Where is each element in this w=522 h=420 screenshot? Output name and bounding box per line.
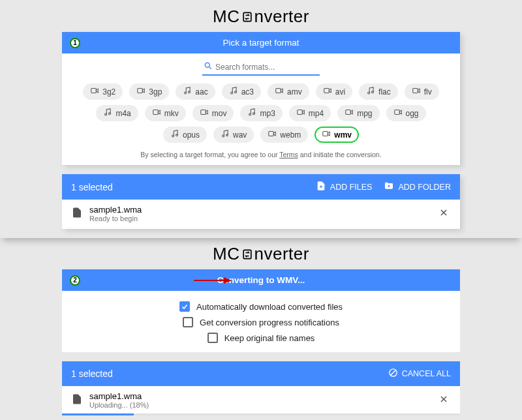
step1-badge: 1 bbox=[70, 38, 80, 48]
svg-point-10 bbox=[234, 91, 236, 93]
search-input[interactable] bbox=[215, 63, 318, 72]
arrow-annotation-icon bbox=[192, 275, 232, 286]
svg-point-1 bbox=[205, 63, 209, 67]
step2-header: 2 Converting to WMV... bbox=[62, 269, 460, 291]
remove-file-button-2[interactable] bbox=[437, 393, 451, 408]
format-chip-mpg[interactable]: mpg bbox=[337, 105, 379, 121]
file-status-1: Ready to begin bbox=[89, 215, 142, 222]
svg-point-8 bbox=[189, 91, 191, 93]
remove-file-button-1[interactable] bbox=[437, 207, 451, 221]
terms-post: and initiate the conversion. bbox=[298, 151, 382, 158]
step1-title: Pick a target format bbox=[223, 38, 299, 48]
app-title: MC nverter bbox=[213, 7, 309, 27]
terms-link[interactable]: Terms bbox=[279, 151, 298, 158]
app-title-row-2: MC nverter bbox=[62, 239, 460, 269]
add-folder-icon bbox=[384, 181, 394, 193]
cancel-all-button[interactable]: CANCEL ALL bbox=[388, 368, 451, 380]
file-row-2: sample1.wma Uploading... (18%) bbox=[62, 386, 460, 415]
format-chip-label: mp4 bbox=[309, 109, 324, 118]
format-chip-label: aac bbox=[195, 87, 207, 97]
video-icon bbox=[412, 86, 421, 97]
svg-point-25 bbox=[249, 113, 251, 115]
format-chip-mp3[interactable]: mp3 bbox=[240, 105, 282, 121]
title-post: nverter bbox=[254, 7, 309, 27]
swap-icon bbox=[241, 248, 254, 261]
step2-options: Automatically download converted files G… bbox=[62, 291, 460, 352]
option-keep-names[interactable]: Keep original file names bbox=[207, 333, 315, 343]
video-icon bbox=[152, 108, 161, 119]
search-input-wrap[interactable] bbox=[202, 61, 320, 76]
svg-point-19 bbox=[105, 113, 107, 115]
step1-body: 3g23gpaacac3amvaviflacflvm4amkvmovmp3mp4… bbox=[62, 53, 460, 165]
step2-card: 2 Converting to WMV... Automatically dow… bbox=[62, 269, 460, 352]
checkbox-empty-icon bbox=[207, 333, 218, 343]
format-chip-ac3[interactable]: ac3 bbox=[222, 83, 261, 100]
format-chip-label: flv bbox=[424, 87, 432, 97]
step2-badge: 2 bbox=[70, 275, 80, 286]
svg-line-47 bbox=[390, 370, 395, 376]
format-chip-mkv[interactable]: mkv bbox=[145, 105, 186, 121]
format-chip-m4a[interactable]: m4a bbox=[96, 105, 138, 121]
file-status-2: Uploading... (18%) bbox=[89, 401, 149, 409]
terms-pre: By selecting a target format, you agree … bbox=[140, 151, 279, 158]
format-chip-mov[interactable]: mov bbox=[192, 105, 234, 121]
format-chip-label: mkv bbox=[164, 109, 179, 118]
svg-point-26 bbox=[253, 113, 255, 115]
svg-rect-11 bbox=[276, 89, 281, 93]
format-chip-label: mp3 bbox=[260, 109, 275, 118]
video-icon bbox=[322, 129, 331, 140]
option-auto-download[interactable]: Automatically download converted files bbox=[179, 301, 343, 312]
format-chip-ogg[interactable]: ogg bbox=[386, 105, 426, 121]
svg-point-36 bbox=[226, 134, 228, 136]
video-icon bbox=[200, 108, 209, 119]
format-chip-webm[interactable]: webm bbox=[260, 127, 308, 143]
file-name-2: sample1.wma bbox=[89, 391, 149, 401]
step2-files-card: 1 selected CANCEL ALL sample1.wma Upload… bbox=[62, 361, 460, 415]
video-icon bbox=[275, 86, 284, 97]
format-chip-avi[interactable]: avi bbox=[316, 83, 352, 100]
title-post-2: nverter bbox=[254, 244, 309, 264]
svg-rect-31 bbox=[394, 110, 399, 115]
svg-point-20 bbox=[109, 113, 111, 115]
checkbox-checked-icon bbox=[179, 301, 190, 312]
add-files-button[interactable]: ADD FILES bbox=[316, 181, 373, 193]
format-chip-wmv[interactable]: wmv bbox=[315, 127, 359, 143]
format-chip-flv[interactable]: flv bbox=[405, 83, 439, 100]
format-chip-label: 3gp bbox=[149, 87, 162, 97]
svg-rect-43 bbox=[243, 250, 251, 258]
selected-bar-1: 1 selected ADD FILES ADD FOLDER bbox=[62, 174, 460, 200]
format-chip-label: wmv bbox=[334, 130, 352, 140]
music-note-icon bbox=[247, 108, 256, 119]
format-chip-label: mov bbox=[212, 109, 227, 118]
svg-point-35 bbox=[223, 135, 224, 137]
add-folder-button[interactable]: ADD FOLDER bbox=[384, 181, 451, 193]
format-chip-aac[interactable]: aac bbox=[176, 83, 215, 100]
music-note-icon bbox=[229, 86, 238, 97]
format-chip-label: mpg bbox=[357, 109, 372, 118]
option-notifications[interactable]: Get conversion progress notifications bbox=[183, 317, 339, 327]
option-auto-label: Automatically download converted files bbox=[196, 302, 343, 312]
format-chip-label: flac bbox=[378, 87, 391, 97]
format-chip-3gp[interactable]: 3gp bbox=[129, 83, 169, 100]
video-icon bbox=[136, 86, 146, 97]
svg-rect-39 bbox=[323, 132, 328, 136]
checkbox-empty-icon bbox=[183, 317, 193, 327]
option-notify-label: Get conversion progress notifications bbox=[200, 318, 339, 327]
format-chip-opus[interactable]: opus bbox=[163, 127, 207, 143]
music-note-icon bbox=[221, 129, 230, 140]
video-icon bbox=[268, 129, 277, 140]
svg-point-16 bbox=[372, 91, 374, 93]
svg-rect-0 bbox=[243, 12, 251, 21]
cancel-all-label: CANCEL ALL bbox=[402, 369, 451, 378]
format-chip-3g2[interactable]: 3g2 bbox=[83, 83, 123, 100]
format-chip-wav[interactable]: wav bbox=[213, 127, 254, 143]
step1-files-card: 1 selected ADD FILES ADD FOLDER sample1.… bbox=[62, 174, 460, 229]
music-note-icon bbox=[366, 86, 375, 97]
svg-point-34 bbox=[176, 134, 177, 136]
format-chip-flac[interactable]: flac bbox=[359, 83, 398, 100]
format-chip-mp4[interactable]: mp4 bbox=[289, 105, 331, 121]
format-chip-label: 3g2 bbox=[102, 87, 115, 97]
step1-card: 1 Pick a target format 3g23gpaacac3amvav… bbox=[62, 32, 460, 165]
format-chip-amv[interactable]: amv bbox=[268, 83, 309, 100]
close-icon bbox=[439, 395, 448, 406]
